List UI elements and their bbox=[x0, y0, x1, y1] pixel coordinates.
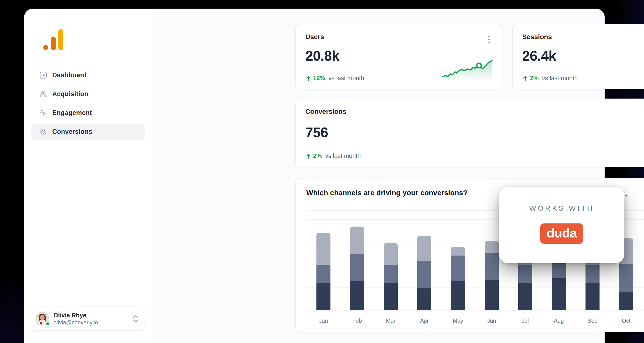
stacked-bar-mar[interactable] bbox=[384, 243, 398, 310]
kpi-delta-pct: 2% bbox=[530, 75, 538, 82]
kpi-delta: 12% vs last month bbox=[305, 75, 364, 82]
kpi-value: 756 bbox=[305, 124, 328, 140]
stacked-bar-jun[interactable] bbox=[485, 241, 499, 310]
kpi-delta-note: vs last month bbox=[542, 75, 578, 82]
stacked-bar-sep[interactable] bbox=[586, 256, 600, 310]
gridline bbox=[306, 310, 644, 311]
arrow-up-icon bbox=[305, 153, 312, 159]
bar-segment bbox=[417, 288, 431, 310]
bar-segment bbox=[451, 281, 465, 310]
bar-segment bbox=[417, 261, 431, 288]
sidebar: Dashboard Acquisition Engagement Convers… bbox=[24, 9, 153, 343]
kpi-delta: 2% vs last month bbox=[522, 75, 578, 82]
x-axis-labels: JanFebMarAprMayJunJulAugSepOctNovDec bbox=[306, 318, 644, 325]
kpi-value: 26.4k bbox=[522, 47, 556, 64]
bar-chart-icon bbox=[40, 71, 47, 79]
bar-segment bbox=[316, 233, 330, 265]
avatar bbox=[35, 312, 49, 326]
kebab-menu-button[interactable] bbox=[484, 33, 494, 46]
sidebar-nav: Dashboard Acquisition Engagement Convers… bbox=[31, 67, 145, 142]
analytics-logo-icon bbox=[43, 29, 62, 50]
sidebar-item-acquisition[interactable]: Acquisition bbox=[31, 86, 145, 102]
bar-segment bbox=[485, 253, 499, 280]
sidebar-item-dashboard[interactable]: Dashboard bbox=[31, 67, 145, 83]
bar-segment bbox=[586, 265, 600, 283]
kpi-card-conversions: Conversions 756 2% vs last month bbox=[296, 98, 644, 167]
kpi-delta-note: vs last month bbox=[325, 152, 361, 159]
bar-segment bbox=[316, 265, 330, 283]
bar-segment bbox=[451, 247, 465, 256]
bar-segment bbox=[619, 264, 633, 292]
sidebar-item-engagement[interactable]: Engagement bbox=[31, 105, 145, 121]
kpi-delta-pct: 2% bbox=[313, 152, 322, 159]
sidebar-item-conversions[interactable]: Conversions bbox=[31, 124, 145, 140]
online-dot bbox=[46, 322, 50, 326]
works-with-card: WORKS WITH duda bbox=[499, 187, 624, 263]
profile-name: Olivia Rhye bbox=[54, 312, 132, 319]
x-axis-tick-label: Jan bbox=[312, 318, 334, 324]
bar-segment bbox=[384, 243, 398, 265]
bar-segment bbox=[552, 278, 566, 310]
bar-segment bbox=[316, 283, 330, 310]
bar-segment bbox=[384, 283, 398, 310]
kpi-card-users: Users 20.8k 12% vs last month bbox=[296, 24, 502, 89]
arrow-up-icon bbox=[522, 75, 528, 81]
bar-segment bbox=[350, 227, 364, 254]
kpi-delta: 2% vs last month bbox=[305, 152, 361, 159]
bar-segment bbox=[485, 241, 499, 253]
stacked-bar-jan[interactable] bbox=[316, 233, 330, 310]
works-with-label: WORKS WITH bbox=[529, 204, 594, 212]
users-icon bbox=[40, 90, 47, 98]
sidebar-item-label: Engagement bbox=[52, 109, 92, 117]
goal-icon bbox=[40, 128, 47, 135]
chart-title: Which channels are driving your conversi… bbox=[306, 189, 468, 197]
cursor-click-icon bbox=[40, 109, 47, 117]
main-content: Users 20.8k 12% vs last month Sessions 2… bbox=[153, 9, 604, 343]
sidebar-item-label: Conversions bbox=[52, 128, 92, 135]
x-axis-tick-label: Mar bbox=[380, 318, 402, 324]
duda-logo: duda bbox=[540, 223, 583, 244]
bar-segment bbox=[518, 283, 532, 310]
bar-segment bbox=[451, 256, 465, 281]
kpi-title: Conversions bbox=[305, 108, 346, 115]
bar-segment bbox=[350, 281, 364, 310]
arrow-up-icon bbox=[305, 75, 312, 81]
kpi-delta-note: vs last month bbox=[328, 75, 364, 82]
x-axis-tick-label: Aug bbox=[548, 318, 570, 324]
x-axis-tick-label: Jun bbox=[481, 318, 502, 324]
kpi-title: Sessions bbox=[522, 33, 552, 41]
stacked-bar-feb[interactable] bbox=[350, 227, 364, 310]
kpi-card-sessions: Sessions 26.4k 2% vs last month bbox=[512, 24, 644, 89]
kpi-title: Users bbox=[305, 33, 324, 41]
x-axis-tick-label: Oct bbox=[615, 318, 637, 324]
x-axis-tick-label: Jul bbox=[514, 318, 536, 324]
stacked-bar-jul[interactable] bbox=[518, 256, 532, 310]
bar-segment bbox=[485, 280, 499, 310]
screenshot-canvas: Dashboard Acquisition Engagement Convers… bbox=[0, 0, 644, 343]
x-axis-tick-label: Feb bbox=[346, 318, 368, 324]
bar-segment bbox=[384, 265, 398, 283]
kpi-value: 20.8k bbox=[305, 47, 339, 64]
kpi-delta-pct: 12% bbox=[313, 75, 325, 82]
x-axis-tick-label: Apr bbox=[414, 318, 435, 324]
bar-segment bbox=[619, 292, 633, 310]
bar-segment bbox=[518, 265, 532, 283]
app-window: Dashboard Acquisition Engagement Convers… bbox=[24, 9, 604, 343]
bar-segment bbox=[350, 254, 364, 281]
stacked-bar-apr[interactable] bbox=[417, 236, 431, 310]
bar-segment bbox=[586, 283, 600, 310]
profile-email: olivia@converly.io bbox=[54, 319, 132, 326]
trend-sparkline bbox=[443, 58, 493, 81]
profile-card[interactable]: Olivia Rhye olivia@converly.io bbox=[31, 307, 145, 331]
chevron-selector-icon[interactable] bbox=[132, 315, 139, 323]
x-axis-tick-label: Sep bbox=[582, 318, 604, 324]
duda-logo-text: duda bbox=[546, 225, 577, 240]
x-axis-tick-label: May bbox=[447, 318, 469, 324]
stacked-bar-may[interactable] bbox=[451, 247, 465, 310]
sidebar-item-label: Acquisition bbox=[52, 90, 88, 98]
sidebar-item-label: Dashboard bbox=[52, 71, 87, 79]
bar-segment bbox=[417, 236, 431, 261]
